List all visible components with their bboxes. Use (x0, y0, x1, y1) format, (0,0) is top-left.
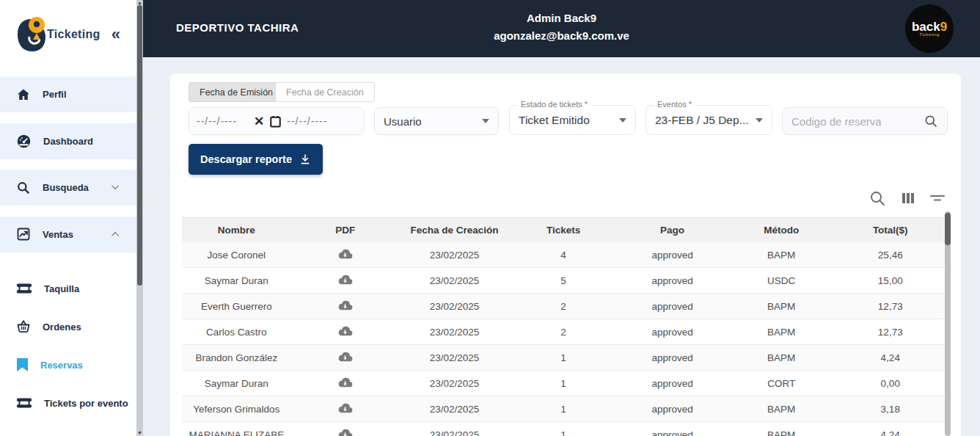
download-icon (299, 153, 311, 165)
cloud-download-icon[interactable] (337, 429, 353, 436)
cell-fecha: 23/02/2025 (400, 352, 509, 363)
dropdown-arrow-icon (619, 118, 626, 123)
usuario-select[interactable]: Usuario (374, 107, 499, 135)
cloud-download-icon[interactable] (337, 326, 353, 338)
filter-icon[interactable] (929, 189, 946, 207)
chevron-down-icon (110, 182, 120, 192)
cell-tickets: 1 (509, 352, 618, 363)
cloud-download-icon[interactable] (337, 300, 353, 312)
search-icon[interactable] (924, 114, 938, 128)
cell-fecha: 23/02/2025 (400, 327, 509, 338)
cloud-download-icon[interactable] (337, 377, 353, 389)
eventos-select[interactable]: Eventos * 23-FEB / J5 Dep... (646, 105, 772, 135)
user-email: agonzalez@back9.com.ve (143, 29, 980, 42)
view-columns-icon[interactable] (899, 189, 917, 207)
eventos-value: 23-FEB / J5 Dep... (655, 114, 749, 127)
date-end-input[interactable] (287, 115, 344, 127)
estado-tickets-select[interactable]: Estado de tickets * Ticket Emitido (509, 105, 636, 135)
brand: Ticketing « (0, 0, 136, 71)
clear-date-icon[interactable]: ✕ (254, 114, 264, 129)
sidebar-item-perfil[interactable]: Perfil (0, 76, 136, 112)
dropdown-arrow-icon (756, 118, 763, 123)
descargar-reporte-button[interactable]: Descargar reporte (189, 144, 323, 175)
cell-total: 12,73 (835, 301, 945, 312)
content-card: Fecha de Emisión Fecha de Creación ✕ Usu… (170, 73, 961, 436)
sidebar-item-dashboard[interactable]: Dashboard (0, 123, 136, 159)
table-scrollbar[interactable] (945, 211, 951, 436)
cell-total: 3,18 (835, 404, 945, 415)
back9-logo: back9 Ticketing (905, 4, 954, 53)
cloud-download-icon[interactable] (337, 275, 353, 286)
table-body: Jose Coronel23/02/20254approvedBAPM25,46… (182, 242, 945, 436)
chart-icon (16, 227, 31, 241)
date-range-field[interactable]: ✕ (189, 107, 365, 135)
sidebar-subitem-label: Taquilla (44, 283, 79, 294)
column-header: PDF (291, 225, 401, 236)
cell-pdf[interactable] (291, 326, 401, 338)
cloud-download-icon[interactable] (337, 403, 353, 415)
cell-pago: approved (618, 404, 727, 415)
cell-total: 0,00 (835, 378, 945, 389)
sidebar-item-label: Busqueda (43, 182, 89, 193)
tab-fecha-emision[interactable]: Fecha de Emisión (189, 82, 284, 102)
codigo-reserva-field[interactable] (782, 107, 948, 135)
cell-pdf[interactable] (291, 275, 401, 286)
cell-tickets: 2 (509, 327, 618, 338)
sidebar-item-label: Ventas (43, 229, 73, 240)
cloud-download-icon[interactable] (337, 249, 353, 261)
cell-pdf[interactable] (291, 429, 401, 436)
page-scrollbar[interactable]: ▲ ▼ (136, 0, 143, 436)
sidebar-subitem-taquilla[interactable]: Taquilla (0, 274, 136, 303)
sidebar-subitem-partial[interactable] (0, 428, 136, 436)
calendar-icon[interactable] (270, 115, 281, 128)
cell-metodo: BAPM (727, 301, 836, 312)
table-search-icon[interactable] (869, 189, 886, 207)
sidebar-subitem-label: Tickets por evento (44, 398, 128, 409)
cell-pdf[interactable] (291, 249, 401, 261)
cell-pdf[interactable] (291, 352, 401, 363)
cell-pdf[interactable] (291, 377, 401, 389)
gauge-icon (16, 134, 32, 149)
cell-pdf[interactable] (291, 300, 401, 312)
cell-pago: approved (618, 378, 727, 389)
tab-label: Fecha de Emisión (200, 87, 273, 98)
tab-fecha-creacion[interactable]: Fecha de Creación (275, 82, 375, 102)
ticket-icon (16, 396, 32, 410)
sidebar-subitem-label: Ordenes (43, 321, 81, 333)
cell-tickets: 1 (509, 404, 618, 415)
column-header: Total($) (835, 225, 945, 236)
cell-pago: approved (618, 429, 727, 436)
cell-nombre: Saymar Duran (182, 275, 291, 286)
table-scrollbar-thumb[interactable] (945, 213, 951, 245)
page-scrollbar-thumb[interactable] (137, 5, 142, 286)
collapse-sidebar-icon[interactable]: « (111, 25, 120, 44)
cell-metodo: BAPM (727, 327, 836, 338)
cloud-download-icon[interactable] (337, 352, 353, 363)
sidebar-subitem-tickets-por-evento[interactable]: Tickets por evento (0, 388, 136, 418)
sidebar-subitem-reservas[interactable]: Reservas (0, 350, 136, 379)
cell-fecha: 23/02/2025 (400, 275, 509, 286)
cell-pago: approved (618, 301, 727, 312)
eventos-label: Eventos * (654, 100, 695, 109)
cell-fecha: 23/02/2025 (400, 404, 509, 415)
scroll-down-icon[interactable]: ▼ (136, 430, 143, 436)
logo-subtext: Ticketing (919, 32, 939, 37)
cell-tickets: 2 (509, 301, 618, 312)
cell-metodo: BAPM (727, 352, 836, 363)
cell-fecha: 23/02/2025 (400, 301, 509, 312)
table-row: MARIANNA ELIZABE23/02/20251approvedBAPM4… (182, 422, 945, 436)
cell-fecha: 23/02/2025 (400, 429, 509, 436)
sidebar: Ticketing « Perfil Dashboard Busqueda (0, 0, 136, 436)
cell-total: 15,00 (835, 275, 945, 286)
cell-nombre: Brandon González (182, 352, 291, 363)
sidebar-item-ventas[interactable]: Ventas (0, 217, 136, 252)
date-start-input[interactable] (197, 115, 254, 127)
cell-pdf[interactable] (291, 403, 401, 415)
codigo-reserva-input[interactable] (791, 115, 916, 128)
table-row: Carlos Castro23/02/20252approvedBAPM12,7… (182, 319, 945, 345)
cell-total: 12,73 (835, 327, 945, 338)
dropdown-arrow-icon (482, 119, 489, 123)
sidebar-item-busqueda[interactable]: Busqueda (0, 170, 136, 206)
cell-nombre: Saymar Duran (182, 378, 291, 389)
sidebar-subitem-ordenes[interactable]: Ordenes (0, 312, 136, 341)
